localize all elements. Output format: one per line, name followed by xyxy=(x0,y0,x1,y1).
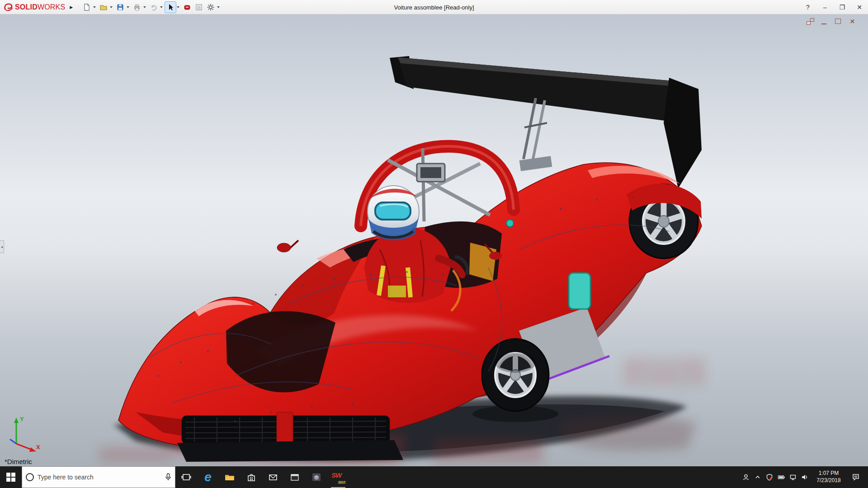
options-button[interactable] xyxy=(205,1,217,13)
start-button[interactable] xyxy=(0,466,22,488)
close-button[interactable]: ✕ xyxy=(851,0,868,14)
taskbar-item-solidworks[interactable]: SW 2017 xyxy=(327,466,349,488)
new-dropdown-caret[interactable] xyxy=(93,6,96,8)
document-title: Voiture assomblee [Read-only] xyxy=(394,0,474,14)
volume-icon xyxy=(801,474,809,481)
network-icon xyxy=(789,474,797,481)
triad-y-label: Y xyxy=(20,416,24,422)
taskbar-item-mail[interactable] xyxy=(262,466,284,488)
car-3d-model xyxy=(0,14,868,466)
taskbar-item-3d-app[interactable] xyxy=(306,466,327,488)
tray-people-button[interactable] xyxy=(740,466,752,488)
view-orientation-label: *Dimetric xyxy=(5,458,32,465)
sheet-properties-button[interactable] xyxy=(193,1,205,13)
select-tool-button[interactable] xyxy=(165,1,176,13)
system-tray: 1:07 PM 7/23/2018 xyxy=(740,466,868,488)
microphone-icon[interactable] xyxy=(165,473,171,481)
action-center-icon xyxy=(852,473,860,481)
ds-logo-icon xyxy=(4,2,14,12)
options-dropdown-caret[interactable] xyxy=(217,6,220,8)
brand-text: SOLIDWORKS xyxy=(15,3,65,11)
undo-dropdown-caret[interactable] xyxy=(160,6,163,8)
tray-battery-button[interactable] xyxy=(775,466,787,488)
windows-taskbar: e xyxy=(0,466,868,488)
solidworks-logo[interactable]: SOLIDWORKS xyxy=(0,2,67,12)
undo-button[interactable] xyxy=(148,1,160,13)
file-explorer-icon xyxy=(225,472,235,482)
3d-viewer-icon xyxy=(311,472,321,482)
tray-hidden-icons-button[interactable] xyxy=(752,466,764,488)
triad-x-label: X xyxy=(36,444,40,450)
select-cursor-icon xyxy=(166,3,175,11)
edge-icon: e xyxy=(204,471,212,483)
menu-flyout-arrow[interactable]: ▶ xyxy=(70,5,73,9)
mail-icon xyxy=(268,472,278,482)
battery-icon xyxy=(778,474,785,481)
people-icon xyxy=(742,474,750,481)
taskbar-item-task-view[interactable] xyxy=(175,466,197,488)
clock-time: 1:07 PM xyxy=(811,470,847,477)
titlebar: SOLIDWORKS ▶ xyxy=(0,0,868,14)
terminal-window-icon xyxy=(290,472,300,482)
resources-button[interactable] xyxy=(181,1,193,13)
open-folder-icon xyxy=(99,3,108,11)
search-input[interactable] xyxy=(38,474,161,481)
open-button[interactable] xyxy=(98,1,109,13)
resources-icon xyxy=(183,3,191,11)
minimize-button[interactable]: – xyxy=(816,0,834,14)
tray-network-button[interactable] xyxy=(787,466,799,488)
help-button[interactable]: ? xyxy=(799,0,816,14)
clock-date: 7/23/2018 xyxy=(811,477,847,484)
print-dropdown-caret[interactable] xyxy=(143,6,146,8)
chevron-up-icon xyxy=(755,474,761,480)
save-icon xyxy=(116,3,124,11)
solidworks-2017-icon: SW 2017 xyxy=(331,471,345,483)
taskbar-item-file-explorer[interactable] xyxy=(219,466,241,488)
shield-icon xyxy=(766,474,773,481)
doc-minimize-icon[interactable] xyxy=(821,18,828,25)
print-icon xyxy=(133,3,141,11)
taskbar-search[interactable] xyxy=(22,466,175,488)
taskbar-clock[interactable]: 1:07 PM 7/23/2018 xyxy=(811,470,847,484)
save-dropdown-caret[interactable] xyxy=(127,6,129,8)
save-button[interactable] xyxy=(114,1,126,13)
front-grille xyxy=(177,412,403,462)
doc-restore-icon[interactable] xyxy=(807,18,814,25)
graphics-viewport[interactable]: ✕ ◂ xyxy=(0,14,868,466)
store-icon xyxy=(246,472,256,482)
restore-button[interactable]: ❐ xyxy=(834,0,851,14)
task-view-icon xyxy=(181,472,191,482)
taskbar-item-edge[interactable]: e xyxy=(197,466,219,488)
action-center-button[interactable] xyxy=(847,473,865,481)
sheet-properties-icon xyxy=(195,3,203,11)
open-dropdown-caret[interactable] xyxy=(110,6,113,8)
tray-volume-button[interactable] xyxy=(799,466,811,488)
cortana-icon xyxy=(26,473,34,481)
doc-maximize-icon[interactable] xyxy=(835,18,842,25)
print-button[interactable] xyxy=(131,1,143,13)
options-gear-icon xyxy=(207,3,215,11)
doc-close-icon[interactable]: ✕ xyxy=(849,18,856,25)
windows-logo-icon xyxy=(6,473,15,482)
undo-icon xyxy=(150,3,158,11)
orientation-triad: Y X xyxy=(5,414,43,455)
tray-defender-button[interactable] xyxy=(764,466,775,488)
taskbar-item-terminal[interactable] xyxy=(284,466,306,488)
new-document-button[interactable] xyxy=(81,1,93,13)
select-dropdown-caret[interactable] xyxy=(177,6,179,8)
taskbar-item-store[interactable] xyxy=(241,466,262,488)
document-window-controls: ✕ xyxy=(807,18,856,25)
rear-left-wheel xyxy=(482,339,549,411)
new-document-icon xyxy=(83,3,91,11)
solidworks-app-window: SOLIDWORKS ▶ xyxy=(0,0,868,488)
